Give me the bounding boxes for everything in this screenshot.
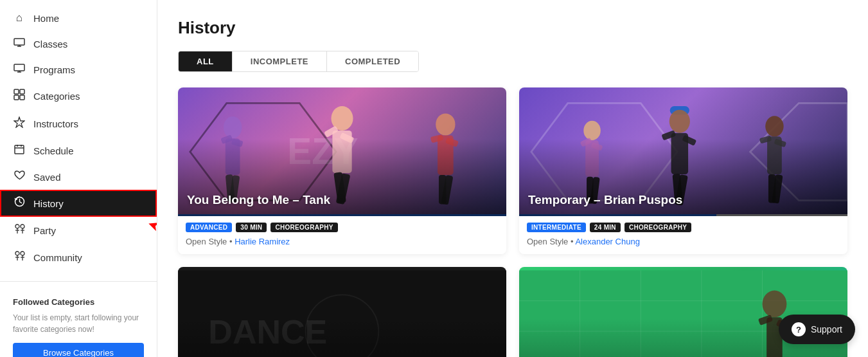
tag-level: INTERMEDIATE bbox=[527, 223, 586, 232]
sidebar-item-classes[interactable]: Classes bbox=[0, 31, 157, 57]
monitor-icon bbox=[13, 37, 26, 50]
sidebar: ⌂ Home Classes Programs Categories bbox=[0, 0, 157, 357]
svg-point-16 bbox=[15, 224, 19, 228]
card-instructor-link[interactable]: Harlie Ramirez bbox=[235, 237, 290, 246]
sidebar-item-label: Programs bbox=[33, 64, 75, 75]
followed-categories-title: Followed Categories bbox=[13, 297, 144, 307]
main-content: History ALL INCOMPLETE COMPLETED EZY bbox=[157, 0, 868, 357]
browse-categories-button[interactable]: Browse Categories bbox=[13, 343, 144, 357]
card-category: Open Style bbox=[186, 237, 227, 246]
card-thumbnail: DANCE bbox=[178, 267, 506, 357]
svg-rect-9 bbox=[20, 95, 24, 100]
sidebar-item-label: Saved bbox=[33, 172, 61, 183]
sidebar-item-schedule[interactable]: Schedule bbox=[0, 138, 157, 164]
svg-rect-8 bbox=[14, 95, 19, 100]
heart-icon bbox=[13, 170, 26, 183]
svg-rect-3 bbox=[14, 64, 24, 71]
card-separator: • bbox=[229, 237, 235, 246]
sidebar-item-party[interactable]: Party bbox=[0, 217, 157, 244]
sidebar-item-label: Categories bbox=[33, 91, 80, 102]
sidebar-divider bbox=[0, 281, 157, 282]
svg-rect-0 bbox=[14, 39, 24, 45]
sidebar-item-community[interactable]: Community bbox=[0, 244, 157, 271]
card-item[interactable]: EZY bbox=[178, 87, 506, 254]
card-item[interactable]: Temporary – Brian Puspos INTERMEDIATE 24… bbox=[519, 87, 847, 254]
sidebar-item-programs[interactable]: Programs bbox=[0, 57, 157, 82]
history-icon bbox=[13, 196, 26, 210]
svg-point-22 bbox=[15, 252, 19, 255]
support-button[interactable]: ? Support bbox=[779, 315, 855, 344]
tag-time: 30 MIN bbox=[236, 223, 267, 232]
card-meta: INTERMEDIATE 24 MIN CHOREOGRAPHY Open St… bbox=[519, 216, 847, 254]
programs-icon bbox=[13, 63, 26, 76]
sidebar-item-label: Community bbox=[33, 252, 82, 263]
card-category: Open Style bbox=[527, 237, 568, 246]
sidebar-item-label: History bbox=[33, 198, 64, 209]
sidebar-item-instructors[interactable]: Instructors bbox=[0, 110, 157, 138]
filter-tab-all[interactable]: ALL bbox=[179, 51, 233, 71]
svg-marker-10 bbox=[14, 117, 24, 127]
card-instructor-link[interactable]: Alexander Chung bbox=[575, 237, 639, 246]
card-title-text: You Belong to Me – Tank bbox=[187, 193, 330, 207]
sidebar-item-label: Instructors bbox=[33, 118, 78, 129]
card-tags: INTERMEDIATE 24 MIN CHOREOGRAPHY bbox=[527, 223, 840, 232]
card-title-text: Temporary – Brian Puspos bbox=[528, 193, 682, 207]
tag-type: CHOREOGRAPHY bbox=[270, 223, 337, 232]
followed-categories-text: Your list is empty, start following your… bbox=[13, 312, 144, 335]
sidebar-nav: ⌂ Home Classes Programs Categories bbox=[0, 0, 157, 276]
svg-point-25 bbox=[21, 252, 24, 255]
sidebar-item-label: Party bbox=[33, 225, 56, 236]
card-tags: ADVANCED 30 MIN CHOREOGRAPHY bbox=[186, 223, 499, 232]
followed-categories-section: Followed Categories Your list is empty, … bbox=[0, 287, 157, 357]
support-icon: ? bbox=[792, 322, 806, 336]
page-title: History bbox=[178, 18, 847, 38]
card-thumbnail: Temporary – Brian Puspos bbox=[519, 87, 847, 216]
gradient-overlay bbox=[178, 318, 506, 357]
sidebar-item-history[interactable]: History ➤ bbox=[0, 190, 157, 217]
card-instructors: Open Style • Alexander Chung bbox=[527, 237, 840, 246]
svg-rect-11 bbox=[15, 145, 24, 154]
instructors-icon bbox=[13, 116, 26, 131]
sidebar-item-label: Classes bbox=[33, 39, 67, 50]
sidebar-item-categories[interactable]: Categories bbox=[0, 82, 157, 110]
sidebar-item-home[interactable]: ⌂ Home bbox=[0, 5, 157, 31]
card-instructors: Open Style • Harlie Ramirez bbox=[186, 237, 499, 246]
card-meta: ADVANCED 30 MIN CHOREOGRAPHY Open Style … bbox=[178, 216, 506, 254]
svg-rect-6 bbox=[14, 89, 19, 94]
categories-icon bbox=[13, 89, 26, 104]
filter-tab-incomplete[interactable]: INCOMPLETE bbox=[233, 51, 327, 71]
party-icon bbox=[13, 223, 26, 237]
sidebar-item-label: Home bbox=[33, 13, 59, 24]
filter-tabs: ALL INCOMPLETE COMPLETED bbox=[178, 51, 419, 72]
support-label: Support bbox=[811, 324, 842, 334]
home-icon: ⌂ bbox=[13, 12, 26, 24]
svg-point-19 bbox=[21, 224, 24, 228]
filter-tab-completed[interactable]: COMPLETED bbox=[327, 51, 418, 71]
card-item[interactable]: DANCE bbox=[178, 267, 506, 357]
svg-rect-7 bbox=[20, 89, 24, 94]
tag-level: ADVANCED bbox=[186, 223, 232, 232]
community-icon bbox=[13, 250, 26, 264]
card-thumbnail: EZY bbox=[178, 87, 506, 216]
tag-time: 24 MIN bbox=[590, 223, 621, 232]
sidebar-item-saved[interactable]: Saved bbox=[0, 164, 157, 190]
cards-grid: EZY bbox=[178, 87, 847, 357]
sidebar-item-label: Schedule bbox=[33, 145, 74, 156]
schedule-icon bbox=[13, 144, 26, 158]
tag-type: CHOREOGRAPHY bbox=[624, 223, 691, 232]
